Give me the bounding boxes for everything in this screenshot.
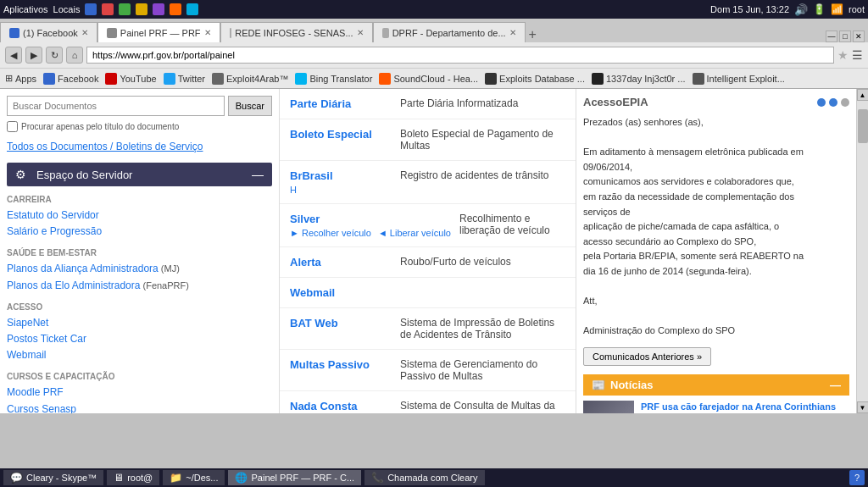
content-row-7: Multas Passivo Sistema de Gerenciamento … [280, 350, 576, 391]
nav-bar: ◀ ▶ ↻ ⌂ ★ ☰ [0, 42, 868, 68]
bookmark-star[interactable]: ★ [837, 48, 849, 62]
folder-icon: 📁 [170, 472, 182, 484]
tab-painel-prf[interactable]: Painel PRF — PRF ✕ [97, 22, 220, 42]
tab-facebook[interactable]: (1) Facebook ✕ [0, 22, 97, 42]
aplicativos-menu[interactable]: Aplicativos [3, 4, 48, 14]
new-tab-button[interactable]: + [529, 27, 537, 42]
link-alerta[interactable]: Alerta [290, 256, 392, 268]
scroll-track[interactable] [857, 101, 868, 401]
taskbar-item-root[interactable]: 🖥 root@ [107, 470, 159, 485]
link-postos[interactable]: Postos Ticket Car [7, 331, 272, 347]
taskbar-item-des[interactable]: 📁 ~/Des... [163, 470, 225, 485]
reload-button[interactable]: ↻ [46, 47, 63, 64]
bookmark-soundcloud[interactable]: SoundCloud - Hea... [379, 73, 478, 85]
acesso-title: AcessoEPIA [583, 96, 849, 108]
app-icon-4 [136, 3, 147, 15]
bookmark-facebook[interactable]: Facebook [43, 73, 98, 85]
tab-close-dprf[interactable]: ✕ [509, 28, 516, 37]
dot-1[interactable] [817, 98, 826, 107]
search-box: Buscar [7, 96, 272, 116]
scroll-up-button[interactable]: ▲ [857, 89, 869, 101]
tab-close-facebook[interactable]: ✕ [81, 28, 88, 37]
home-button[interactable]: ⌂ [66, 47, 83, 64]
link-nada-consta[interactable]: Nada Consta [290, 400, 392, 412]
dot-2[interactable] [829, 98, 837, 107]
comunicados-button[interactable]: Comunicados Anteriores » [583, 347, 711, 366]
link-webmail-content[interactable]: Webmail [290, 286, 392, 299]
taskbar-help-button[interactable]: ? [849, 470, 865, 485]
content-row-1: Boleto Especial Boleto Especial de Pagam… [280, 119, 576, 161]
back-button[interactable]: ◀ [5, 47, 22, 64]
servidor-box: ⚙ Espaço do Servidor — [7, 163, 272, 186]
bookmark-twitter[interactable]: Twitter [164, 73, 205, 85]
bookmark-exploit4arab[interactable]: Exploit4Arab™ [212, 73, 288, 85]
right-panel: AcessoEPIA Prezados (as) senhores (as), … [576, 89, 856, 413]
link-senasp[interactable]: Cursos Senasp [7, 401, 272, 414]
link-elo[interactable]: Planos da Elo Administradora (FenaPRF) [7, 278, 272, 294]
locais-menu[interactable]: Locais [53, 4, 81, 14]
link-moodle[interactable]: Moodle PRF [7, 385, 272, 401]
link-silver[interactable]: Silver [290, 213, 451, 225]
bing-icon [295, 73, 307, 85]
taskbar-item-cleary[interactable]: 💬 Cleary - Skype™ [3, 470, 103, 485]
silver-liberar[interactable]: ◄ Liberar veículo [378, 228, 451, 238]
middle-content: Parte Diária Parte Diária Informatizada … [280, 89, 576, 413]
dot-3[interactable] [841, 98, 849, 107]
scroll-down-button[interactable]: ▼ [857, 401, 869, 413]
docs-link[interactable]: Todos os Documentos / Boletins de Serviç… [7, 141, 272, 152]
search-button[interactable]: Buscar [228, 96, 272, 116]
bookmark-intelligent-exploit[interactable]: Intelligent Exploit... [693, 73, 785, 85]
section-label-carreira: Carreira [7, 195, 272, 204]
link-salario[interactable]: Salário e Progressão [7, 224, 272, 240]
app-icon-7 [186, 3, 198, 15]
browser-chrome: (1) Facebook ✕ Painel PRF — PRF ✕ REDE I… [0, 19, 868, 89]
search-input[interactable] [7, 96, 225, 116]
servidor-title: Espaço do Servidor [36, 169, 132, 181]
noticias-icon: 📰 [592, 379, 605, 391]
desc-silver: Recolhimento e liberação de veículo [459, 213, 565, 236]
vertical-scrollbar[interactable]: ▲ ▼ [856, 89, 868, 413]
content-row-5: Webmail [280, 278, 576, 308]
link-estatuto[interactable]: Estatuto do Servidor [7, 208, 272, 224]
silver-recolher[interactable]: ► Recolher veículo [290, 228, 371, 238]
bookmark-apps[interactable]: ⊞ Apps [5, 73, 36, 84]
apps-icon: ⊞ [5, 73, 13, 84]
bookmark-1337day[interactable]: 1337day Inj3ct0r ... [592, 73, 686, 85]
taskbar-item-chamada[interactable]: 📞 Chamada com Cleary [364, 470, 484, 485]
restore-button[interactable]: □ [839, 30, 851, 42]
tab-rede-infoseg[interactable]: REDE INFOSEG - SENAS... ✕ [220, 22, 373, 42]
link-bat-web[interactable]: BAT Web [290, 317, 392, 329]
noticia-0-title[interactable]: PRF usa cão farejador na Arena Corinthia… [641, 401, 836, 413]
search-title-checkbox[interactable] [7, 121, 18, 132]
close-button[interactable]: ✕ [853, 30, 865, 42]
tab-close-painel[interactable]: ✕ [204, 28, 211, 37]
link-alianca[interactable]: Planos da Aliança Administradora (MJ) [7, 261, 272, 277]
noticia-0-text: PRF usa cão farejador na Arena Corinthia… [641, 401, 836, 413]
desc-nada-consta: Sistema de Consulta de Multas da PRF [400, 400, 565, 413]
link-siapenet[interactable]: SiapeNet [7, 315, 272, 331]
link-brbrasil[interactable]: BrBrasil [290, 169, 392, 182]
call-icon: 📞 [371, 472, 384, 484]
link-boleto-especial[interactable]: Boleto Especial [290, 128, 392, 141]
servidor-collapse[interactable]: — [252, 168, 264, 181]
noticias-collapse[interactable]: — [830, 379, 841, 391]
address-bar[interactable] [86, 47, 834, 64]
minimize-button[interactable]: — [826, 30, 837, 42]
brbrasil-sublink-h[interactable]: H [290, 185, 297, 195]
bookmark-youtube[interactable]: YouTube [105, 73, 156, 85]
browser-icon: 🌐 [235, 472, 248, 484]
desc-boleto-especial: Boleto Especial de Pagamento de Multas [400, 128, 565, 152]
link-parte-diaria[interactable]: Parte Diária [290, 97, 392, 110]
bookmark-exploits-db[interactable]: Exploits Database ... [485, 73, 585, 85]
menu-button[interactable]: ☰ [852, 48, 863, 62]
exploits-db-icon [485, 73, 497, 85]
content-row-8: Nada Consta Sistema de Consulta de Multa… [280, 391, 576, 413]
tab-close-infoseg[interactable]: ✕ [357, 28, 364, 37]
scroll-thumb[interactable] [858, 109, 868, 143]
link-multas-passivo[interactable]: Multas Passivo [290, 358, 392, 371]
forward-button[interactable]: ▶ [25, 47, 42, 64]
tab-dprf[interactable]: DPRF - Departamento de... ✕ [373, 22, 526, 42]
bookmark-bing[interactable]: Bing Translator [295, 73, 372, 85]
taskbar-item-painel[interactable]: 🌐 Painel PRF — PRF - C... [228, 470, 361, 485]
link-webmail[interactable]: Webmail [7, 347, 272, 363]
